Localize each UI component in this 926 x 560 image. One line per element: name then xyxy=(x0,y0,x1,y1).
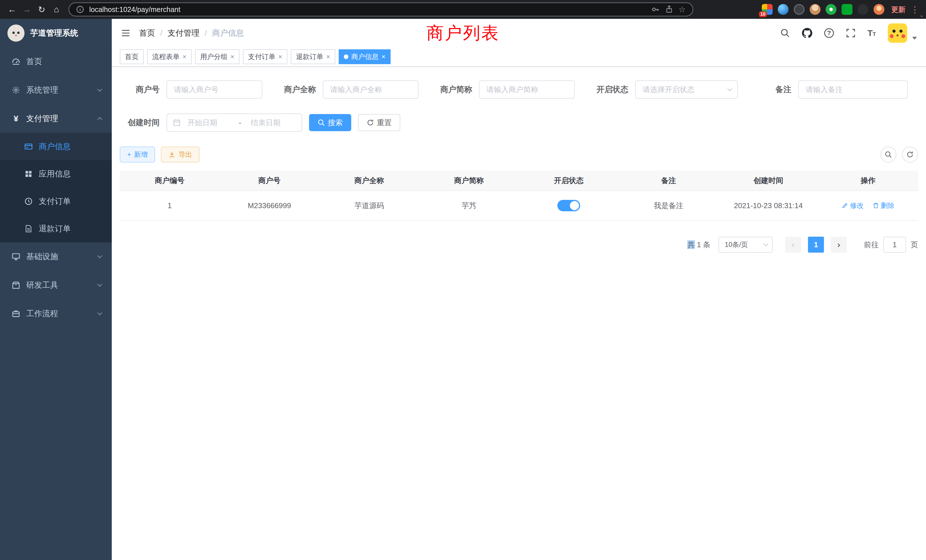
add-button[interactable]: + 新增 xyxy=(120,147,155,162)
goto-page-input[interactable] xyxy=(883,237,906,253)
refresh-table-button[interactable] xyxy=(902,147,918,162)
tab-user-group[interactable]: 用户分组× xyxy=(195,49,239,64)
avatar-caret-icon[interactable] xyxy=(912,37,917,39)
sidebar-item-home[interactable]: 首页 xyxy=(0,47,112,76)
refresh-icon xyxy=(367,119,374,126)
bookmark-star-icon[interactable]: ☆ xyxy=(679,5,685,14)
forward-icon[interactable]: → xyxy=(20,2,34,17)
browser-menu-icon[interactable]: ⋮ xyxy=(911,5,919,15)
export-button[interactable]: 导出 xyxy=(161,147,200,162)
reset-button[interactable]: 重置 xyxy=(358,114,400,131)
key-icon[interactable] xyxy=(651,5,660,14)
sidebar-item-system[interactable]: 系统管理 xyxy=(0,76,112,104)
sidebar-item-pay-order[interactable]: 支付订单 xyxy=(0,188,112,215)
sidebar: 芋道管理系统 首页 系统管理 ¥ 支付管理 商户信息 xyxy=(0,19,112,560)
app-title: 芋道管理系统 xyxy=(30,28,78,38)
close-icon[interactable]: × xyxy=(278,53,282,60)
github-icon[interactable] xyxy=(802,28,812,38)
close-icon[interactable]: × xyxy=(230,53,235,60)
merchant-fullname-label: 商户全称 xyxy=(276,84,316,95)
fullscreen-icon[interactable] xyxy=(846,28,856,38)
sidebar-item-payment[interactable]: ¥ 支付管理 xyxy=(0,104,112,133)
pagination: 共 1 条 10条/页 ‹ 1 › 前往 页 xyxy=(120,237,918,253)
breadcrumb-payment[interactable]: 支付管理 xyxy=(168,28,200,38)
chevron-down-icon xyxy=(764,242,768,246)
search-form-row-1: 商户号 商户全称 商户简称 开启状态 请选择开启状态 xyxy=(120,80,918,98)
tab-refund-order[interactable]: 退款订单× xyxy=(291,49,335,64)
sidebar-item-infra[interactable]: 基础设施 xyxy=(0,242,112,271)
sidebar-item-dev-tools[interactable]: 研发工具 xyxy=(0,271,112,300)
prev-page-button[interactable]: ‹ xyxy=(785,237,801,253)
remark-input[interactable] xyxy=(798,80,908,98)
extension-avatar-icon[interactable] xyxy=(809,4,820,15)
merchant-shortname-input[interactable] xyxy=(479,80,575,98)
home-icon[interactable]: ⌂ xyxy=(49,2,64,17)
tab-pay-order[interactable]: 支付订单× xyxy=(243,49,287,64)
active-dot xyxy=(344,54,348,59)
merchant-table: 商户编号 商户号 商户全称 商户简称 开启状态 备注 创建时间 操作 1 M23… xyxy=(120,171,918,221)
extension-orange-avatar-icon[interactable] xyxy=(873,4,884,15)
edit-link[interactable]: 修改 xyxy=(842,201,864,210)
gear-icon xyxy=(11,86,21,95)
search-icon xyxy=(885,151,892,158)
toolbar-caret-icon[interactable]: ⌄ xyxy=(920,12,924,18)
extension-paw-icon[interactable] xyxy=(858,4,869,15)
extension-green-square-icon[interactable] xyxy=(841,4,852,15)
cell-id: 1 xyxy=(120,201,219,210)
toggle-search-button[interactable] xyxy=(881,147,896,162)
hamburger-icon[interactable] xyxy=(121,28,130,38)
sidebar-item-merchant-info[interactable]: 商户信息 xyxy=(0,133,112,160)
table-toolbar: + 新增 导出 xyxy=(120,147,918,162)
extension-grid-icon[interactable]: 10 xyxy=(762,4,773,15)
sidebar-item-refund-order[interactable]: 退款订单 xyxy=(0,215,112,242)
close-icon[interactable]: × xyxy=(183,53,186,60)
chevron-down-icon xyxy=(97,282,102,287)
help-icon[interactable]: ? xyxy=(824,28,834,38)
chevron-down-icon xyxy=(97,87,102,92)
plus-icon: + xyxy=(127,151,131,159)
breadcrumb-home[interactable]: 首页 xyxy=(139,28,155,38)
merchant-no-label: 商户号 xyxy=(120,84,160,95)
cell-full-name: 芋道源码 xyxy=(319,201,419,211)
app-grid-icon xyxy=(24,170,33,179)
current-page-button[interactable]: 1 xyxy=(808,237,824,253)
logo-avatar xyxy=(8,24,24,42)
page-content: 商户号 商户全称 商户简称 开启状态 请选择开启状态 xyxy=(112,67,926,560)
cell-create-time: 2021-10-23 08:31:14 xyxy=(719,201,818,210)
status-select[interactable]: 请选择开启状态 xyxy=(635,80,738,98)
close-icon[interactable]: × xyxy=(326,53,330,60)
workflow-icon xyxy=(11,309,21,318)
tab-merchant-info[interactable]: 商户信息× xyxy=(339,49,390,64)
sidebar-item-app-info[interactable]: 应用信息 xyxy=(0,160,112,188)
page-size-select[interactable]: 10条/页 xyxy=(719,237,773,253)
table-row: 1 M233666999 芋道源码 芋艿 我是备注 2021-10-23 08:… xyxy=(120,191,918,221)
main-area: 首页 / 支付管理 / 商户信息 ? TT 首页 流程 xyxy=(112,19,926,560)
font-size-icon[interactable]: TT xyxy=(867,28,876,38)
merchant-no-input[interactable] xyxy=(166,80,262,98)
extension-badge: 10 xyxy=(759,11,767,17)
extension-drop-icon[interactable] xyxy=(778,4,788,15)
info-icon[interactable] xyxy=(76,5,84,14)
tab-process-form[interactable]: 流程表单× xyxy=(147,49,192,64)
search-icon[interactable] xyxy=(780,28,790,38)
delete-link[interactable]: 删除 xyxy=(873,201,894,210)
trash-icon xyxy=(873,203,879,209)
extension-green-circle-icon[interactable] xyxy=(826,4,837,15)
browser-update-button[interactable]: 更新 xyxy=(891,5,905,14)
back-icon[interactable]: ← xyxy=(5,2,20,17)
date-range-picker[interactable]: 开始日期 - 结束日期 xyxy=(166,114,302,132)
tab-home[interactable]: 首页 xyxy=(120,49,144,64)
share-icon[interactable] xyxy=(665,5,673,14)
merchant-fullname-input[interactable] xyxy=(323,80,419,98)
user-avatar[interactable] xyxy=(888,23,907,43)
address-bar[interactable]: localhost:1024/pay/merchant ☆ xyxy=(68,2,693,17)
reload-icon[interactable]: ↻ xyxy=(34,2,49,17)
yen-icon: ¥ xyxy=(11,114,21,123)
sidebar-item-workflow[interactable]: 工作流程 xyxy=(0,300,112,328)
sidebar-logo[interactable]: 芋道管理系统 xyxy=(0,19,112,47)
close-icon[interactable]: × xyxy=(381,53,386,60)
extension-dark-icon[interactable] xyxy=(794,4,805,15)
status-switch[interactable] xyxy=(557,200,580,211)
search-button[interactable]: 搜索 xyxy=(309,114,351,131)
next-page-button[interactable]: › xyxy=(831,237,847,253)
